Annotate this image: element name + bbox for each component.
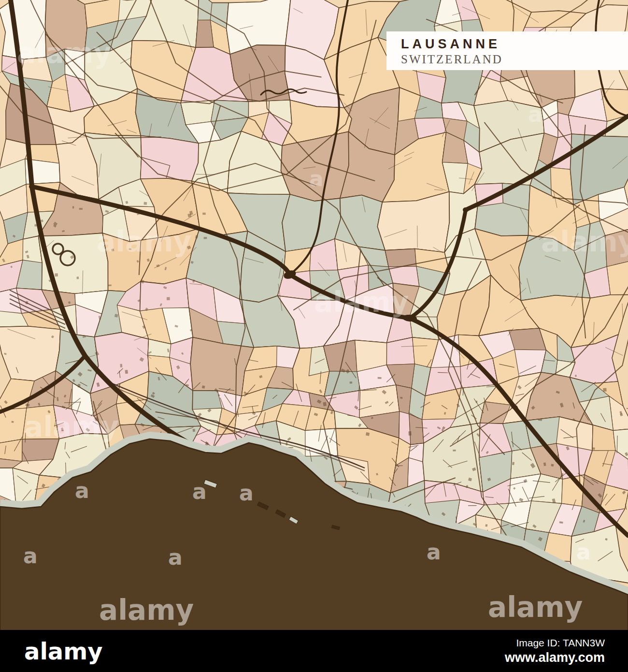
svg-text:alamy: alamy — [488, 591, 583, 624]
svg-text:alamy: alamy — [17, 37, 112, 70]
svg-text:a: a — [23, 543, 38, 568]
svg-text:alamy: alamy — [97, 225, 191, 258]
alamy-url: www.alamy.com — [505, 650, 605, 665]
svg-text:a: a — [192, 479, 207, 504]
map-subtitle: SWITZERLAND — [401, 53, 628, 66]
image-id-text: Image ID: TANN3W — [505, 637, 605, 649]
svg-text:a: a — [75, 478, 89, 503]
alamy-logo: alamy — [24, 640, 103, 663]
svg-text:alamy: alamy — [541, 225, 628, 258]
svg-text:a: a — [528, 102, 542, 127]
svg-text:a: a — [427, 540, 441, 564]
svg-text:a: a — [309, 166, 324, 191]
svg-text:alamy: alamy — [314, 286, 409, 319]
map-poster: alamyalamyalamyalamyalamyalamyalamyalamy… — [0, 0, 628, 672]
svg-text:a: a — [168, 545, 183, 570]
map-artwork: alamyalamyalamyalamyalamyalamyalamyalamy… — [0, 0, 628, 672]
svg-text:alamy: alamy — [24, 410, 119, 443]
map-title: LAUSANNE — [401, 37, 628, 52]
svg-text:alamy: alamy — [99, 594, 194, 627]
svg-text:a: a — [239, 481, 254, 505]
svg-text:a: a — [576, 540, 591, 564]
title-card: LAUSANNE SWITZERLAND — [386, 31, 628, 70]
footer-bar: alamy Image ID: TANN3W www.alamy.com — [0, 630, 628, 672]
